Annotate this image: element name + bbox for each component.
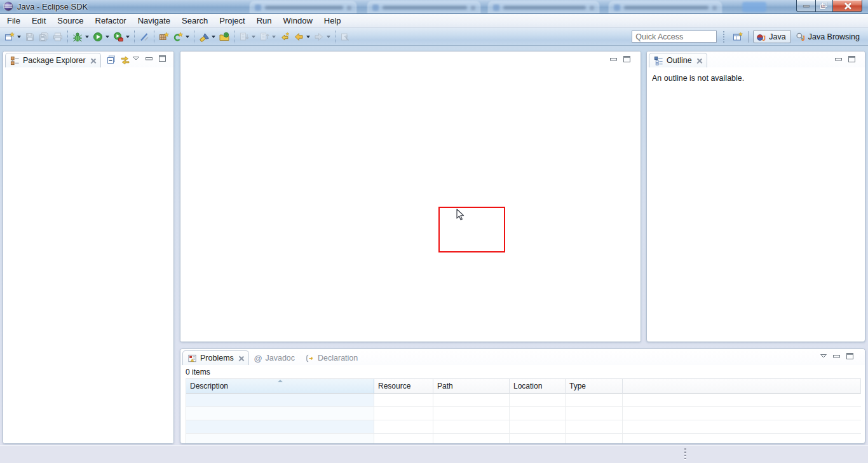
title-bar[interactable]: Java - Eclipse SDK (0, 0, 868, 14)
java-browsing-perspective-icon: J (796, 32, 806, 42)
close-tab-icon[interactable] (238, 356, 244, 361)
tab-problems[interactable]: Problems (182, 350, 249, 365)
close-icon (844, 3, 851, 10)
restore-button[interactable] (815, 0, 833, 12)
column-header-description[interactable]: Description (186, 379, 374, 394)
view-menu-button[interactable] (820, 354, 827, 358)
forward-dropdown (327, 36, 330, 38)
open-perspective-button[interactable] (731, 30, 745, 44)
quick-access-input[interactable] (632, 31, 717, 43)
background-browser-tab (367, 1, 480, 14)
search-button[interactable] (197, 30, 211, 44)
svg-text:J: J (762, 34, 766, 41)
link-with-editor-button[interactable] (120, 55, 130, 65)
pin-editor-button (338, 30, 352, 44)
mark-occurrences-icon (139, 32, 149, 42)
back-dropdown[interactable] (306, 36, 310, 38)
collapse-all-button[interactable] (106, 55, 116, 65)
column-header-path[interactable]: Path (433, 379, 510, 394)
status-bar-grip[interactable] (684, 448, 686, 459)
minimize-view-button[interactable] (146, 57, 153, 60)
minimize-button[interactable] (796, 0, 815, 12)
maximize-view-button[interactable] (159, 55, 166, 62)
menu-item-window[interactable]: Window (278, 14, 318, 27)
search-dropdown[interactable] (212, 36, 215, 38)
mark-occurrences-button[interactable] (137, 30, 151, 44)
forward-arrow-icon (314, 32, 324, 42)
next-annotation-icon (239, 32, 249, 42)
mouse-cursor (456, 209, 465, 221)
maximize-view-button[interactable] (846, 353, 853, 359)
debug-dropdown[interactable] (85, 36, 89, 38)
close-button[interactable] (833, 0, 862, 12)
external-tools-dropdown[interactable] (126, 36, 130, 38)
menu-item-refactor[interactable]: Refactor (90, 14, 132, 27)
window-title: Java - Eclipse SDK (17, 2, 88, 11)
maximize-view-button[interactable] (848, 56, 855, 62)
previous-annotation-dropdown (272, 36, 276, 38)
new-java-project-button[interactable] (157, 30, 171, 44)
menu-item-edit[interactable]: Edit (26, 14, 51, 27)
save-icon (25, 32, 35, 42)
print-button (51, 30, 65, 44)
tab-package-explorer[interactable]: Package Explorer (5, 53, 101, 67)
package-explorer-tree[interactable] (3, 67, 173, 443)
minimize-view-icon (835, 58, 842, 61)
menu-item-run[interactable]: Run (251, 14, 278, 27)
menu-item-navigate[interactable]: Navigate (132, 14, 176, 27)
toolbar-grip[interactable] (723, 31, 726, 43)
new-java-class-button[interactable] (171, 30, 185, 44)
javadoc-icon: @ (254, 354, 262, 363)
tab-javadoc[interactable]: @ Javadoc (249, 350, 300, 365)
background-browser-button (742, 2, 766, 12)
tab-label: Outline (667, 56, 692, 65)
maximize-view-button[interactable] (623, 56, 630, 62)
previous-annotation-button (257, 30, 271, 44)
new-wizard-button[interactable] (3, 30, 17, 44)
print-icon (53, 32, 63, 42)
perspective-button-java[interactable]: J Java (753, 30, 790, 43)
problems-panel: Problems @ Javadoc Declaration (180, 349, 865, 444)
last-edit-location-icon (280, 32, 290, 42)
minimize-view-button[interactable] (833, 355, 840, 358)
tab-declaration[interactable]: Declaration (300, 350, 363, 365)
problems-tabstrip: Problems @ Javadoc Declaration (180, 349, 865, 365)
menu-item-file[interactable]: File (1, 14, 26, 27)
maximize-view-icon (623, 56, 630, 62)
ghost-tab-icon (255, 4, 261, 11)
last-edit-location-button[interactable] (278, 30, 292, 44)
editor-area (180, 51, 641, 342)
column-header-type[interactable]: Type (566, 379, 623, 394)
status-bar (0, 445, 868, 463)
debug-button[interactable] (71, 30, 85, 44)
run-dropdown[interactable] (105, 36, 109, 38)
close-tab-icon[interactable] (90, 58, 96, 64)
new-java-class-dropdown[interactable] (186, 36, 189, 38)
perspective-button-java-browsing[interactable]: J Java Browsing (793, 30, 864, 43)
maximize-view-icon (159, 55, 166, 62)
minimize-view-button[interactable] (610, 58, 617, 61)
tab-label: Package Explorer (23, 56, 86, 65)
tab-outline[interactable]: Outline (649, 53, 707, 67)
ghost-tab-icon (614, 4, 620, 11)
sort-ascending-icon (278, 380, 283, 382)
minimize-view-button[interactable] (835, 58, 842, 61)
view-menu-button[interactable] (133, 57, 139, 60)
menu-item-help[interactable]: Help (318, 14, 347, 27)
close-tab-icon[interactable] (696, 58, 702, 64)
column-header-location[interactable]: Location (510, 379, 566, 394)
run-button[interactable] (91, 30, 105, 44)
pin-editor-icon (340, 32, 350, 42)
new-wizard-icon (4, 32, 15, 42)
new-wizard-dropdown[interactable] (17, 36, 21, 38)
column-header-resource[interactable]: Resource (374, 379, 433, 394)
open-type-button[interactable] (217, 30, 231, 44)
menu-item-project[interactable]: Project (214, 14, 250, 27)
menu-item-search[interactable]: Search (176, 14, 214, 27)
external-tools-button[interactable] (111, 30, 125, 44)
eclipse-logo-icon (3, 1, 13, 11)
editor-canvas[interactable] (180, 52, 641, 342)
back-button[interactable] (292, 30, 306, 44)
svg-text:J: J (801, 34, 805, 41)
menu-item-source[interactable]: Source (51, 14, 89, 27)
